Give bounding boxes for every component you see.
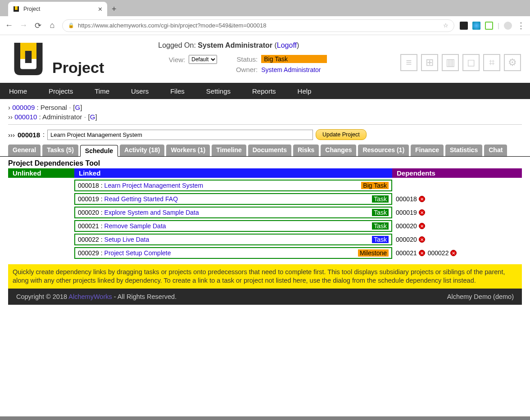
page-title: Project	[52, 59, 104, 79]
menu-settings[interactable]: Settings	[206, 87, 231, 95]
bookmark-icon[interactable]: ☆	[443, 22, 448, 29]
logged-on-user: System Administrator	[198, 41, 272, 49]
url-input[interactable]: 🔒 https://www.alchemyworks.com/cgi-bin/p…	[62, 19, 454, 32]
project-name-input[interactable]	[47, 130, 313, 140]
dependency-row: 000018:Learn Project Management SystemBi…	[8, 180, 522, 191]
menu-projects[interactable]: Projects	[49, 87, 73, 95]
dependency-row: 000020:Explore System and Sample DataTas…	[8, 207, 522, 218]
extension-icon[interactable]	[460, 22, 468, 30]
browser-tab-bar: Project ✕ +	[0, 0, 530, 16]
remove-dependency-icon[interactable]: ✕	[419, 223, 425, 229]
breadcrumb: › 000009 : Personal - [G]›› 000010 : Adm…	[0, 99, 530, 122]
brand-link[interactable]: AlchemyWorks	[68, 293, 112, 300]
linked-name-link[interactable]: Explore System and Sample Data	[104, 209, 199, 216]
linked-item[interactable]: 000022:Setup Live DataTask	[74, 234, 392, 245]
gear-icon[interactable]: ⚙	[504, 54, 521, 71]
menu-time[interactable]: Time	[95, 87, 109, 95]
tab-risks[interactable]: Risks	[293, 145, 319, 156]
type-tag: Task	[372, 195, 389, 203]
type-tag: Big Task	[361, 182, 389, 189]
linked-item[interactable]: 000029:Project Setup CompleteMilestone	[74, 247, 392, 259]
menu-reports[interactable]: Reports	[252, 87, 276, 95]
type-tag: Task	[372, 236, 389, 243]
breadcrumb-g-link[interactable]: G	[90, 113, 95, 121]
dependency-row: 000019:Read Getting Started FAQTask00001…	[8, 193, 522, 205]
tab-documents[interactable]: Documents	[248, 145, 291, 156]
menu-files[interactable]: Files	[170, 87, 185, 95]
breadcrumb-id-link[interactable]: 000009	[12, 104, 35, 111]
forward-button[interactable]: →	[19, 21, 28, 30]
tab-activity-18-[interactable]: Activity (18)	[120, 145, 164, 156]
url-text: https://www.alchemyworks.com/cgi-bin/pro…	[78, 22, 266, 29]
remove-dependency-icon[interactable]: ✕	[419, 236, 425, 243]
dependent-id: 000020	[396, 222, 417, 230]
flow-icon[interactable]: ⌗	[483, 54, 500, 71]
tab-schedule[interactable]: Schedule	[80, 145, 118, 157]
extension-icon[interactable]	[485, 22, 493, 30]
remove-dependency-icon[interactable]: ✕	[419, 209, 425, 216]
new-tab-button[interactable]: +	[112, 2, 117, 16]
dependency-row: 000021:Remove Sample DataTask000020 ✕	[8, 220, 522, 232]
linked-id: 000019	[78, 195, 99, 203]
breadcrumb-g-link[interactable]: G	[75, 104, 80, 111]
dependent-id: 000021	[396, 249, 417, 257]
linked-id: 000018	[78, 182, 99, 189]
remove-dependency-icon[interactable]: ✕	[450, 250, 457, 256]
linked-item[interactable]: 000019:Read Getting Started FAQTask	[74, 193, 392, 205]
menu-help[interactable]: Help	[298, 87, 312, 95]
linked-id: 000021	[78, 222, 99, 230]
type-tag: Task	[372, 209, 389, 216]
logo-icon	[8, 39, 49, 79]
linked-item[interactable]: 000020:Explore System and Sample DataTas…	[74, 207, 392, 218]
column-unlinked: Unlinked	[8, 168, 74, 178]
tab-resources-1-[interactable]: Resources (1)	[358, 145, 409, 156]
update-project-button[interactable]: Update Project	[316, 129, 367, 140]
profile-icon[interactable]	[504, 22, 512, 30]
tab-general[interactable]: General	[8, 145, 41, 156]
breadcrumb-id-link[interactable]: 000010	[14, 113, 37, 121]
logoff-link[interactable]: Logoff	[277, 41, 297, 49]
home-button[interactable]: ⌂	[48, 21, 57, 30]
linked-item[interactable]: 000021:Remove Sample DataTask	[74, 220, 392, 232]
linked-name-link[interactable]: Remove Sample Data	[104, 222, 166, 230]
owner-label: Owner:	[231, 66, 258, 73]
back-button[interactable]: ←	[5, 21, 14, 30]
reload-button[interactable]: ⟳	[33, 21, 42, 30]
grid-icon[interactable]: ⊞	[421, 54, 438, 71]
linked-id: 000022	[78, 236, 99, 243]
dependency-row: 000029:Project Setup CompleteMilestone00…	[8, 247, 522, 259]
tab-chat[interactable]: Chat	[484, 145, 507, 156]
linked-name-link[interactable]: Read Getting Started FAQ	[104, 195, 178, 203]
frame-icon[interactable]: ◻	[462, 54, 480, 71]
linked-item[interactable]: 000018:Learn Project Management SystemBi…	[74, 180, 392, 191]
tab-finance[interactable]: Finance	[411, 145, 444, 156]
columns-icon[interactable]: ▥	[442, 54, 459, 71]
dependent-item: 000020 ✕	[396, 222, 425, 230]
tab-changes[interactable]: Changes	[321, 145, 356, 156]
owner-link[interactable]: System Administrator	[261, 66, 321, 73]
tab-tasks-5-[interactable]: Tasks (5)	[42, 145, 78, 156]
tab-workers-1-[interactable]: Workers (1)	[166, 145, 210, 156]
remove-dependency-icon[interactable]: ✕	[419, 196, 425, 202]
tab-close-icon[interactable]: ✕	[98, 6, 103, 13]
dependent-item: 000022 ✕	[428, 249, 457, 257]
type-tag: Milestone	[358, 249, 389, 257]
extension-icon[interactable]	[472, 22, 480, 30]
tab-timeline[interactable]: Timeline	[212, 145, 246, 156]
dependent-id: 000022	[428, 249, 449, 257]
linked-name-link[interactable]: Learn Project Management System	[104, 182, 203, 189]
list-icon[interactable]: ≡	[400, 54, 417, 71]
menu-users[interactable]: Users	[131, 87, 149, 95]
menu-icon[interactable]: ⋮	[516, 21, 525, 30]
view-label: View:	[158, 56, 185, 63]
browser-tab[interactable]: Project ✕	[8, 2, 107, 16]
linked-name-link[interactable]: Setup Live Data	[104, 236, 149, 243]
view-select[interactable]: Default	[189, 55, 217, 64]
menu-home[interactable]: Home	[9, 87, 27, 95]
dependent-item: 000019 ✕	[396, 209, 425, 216]
linked-name-link[interactable]: Project Setup Complete	[104, 249, 171, 257]
tab-statistics[interactable]: Statistics	[445, 145, 482, 156]
dependent-id: 000018	[396, 195, 417, 203]
remove-dependency-icon[interactable]: ✕	[419, 250, 425, 256]
type-tag: Task	[372, 222, 389, 230]
